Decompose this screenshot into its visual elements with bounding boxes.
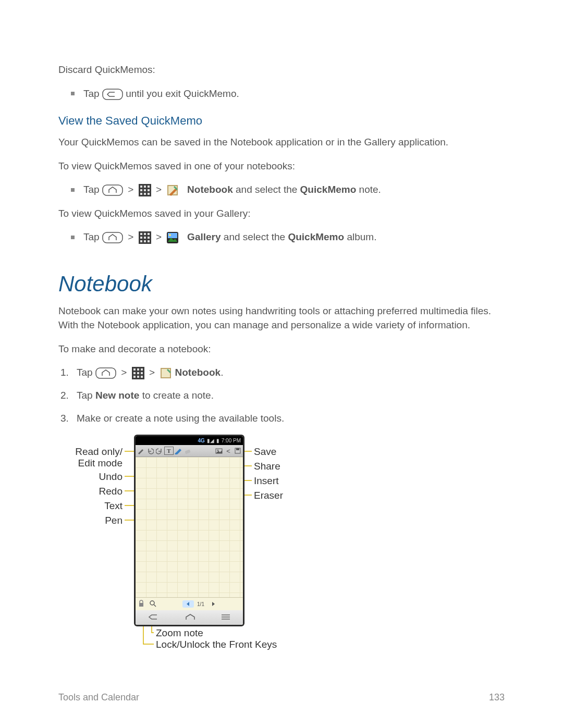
phone-mock: 4G ▮◢ ▮ 7:00 PM T < [134,435,244,626]
svg-rect-28 [96,368,116,378]
svg-rect-16 [140,233,142,235]
gallery-app-icon [166,231,179,244]
nav-back-icon[interactable] [148,612,160,623]
note-toolbar: T < [136,445,243,457]
svg-rect-6 [140,189,142,191]
svg-rect-46 [139,603,143,607]
tool-memo: < [224,447,233,455]
paragraph: To view QuickMemos saved in your Gallery… [58,206,505,221]
notebook-figure: Read only/ Edit mode Undo Redo Text Pen … [66,435,509,648]
label-share: Share [254,461,280,472]
svg-rect-32 [141,368,143,371]
svg-rect-21 [148,237,150,239]
svg-rect-8 [148,189,150,191]
svg-rect-37 [137,376,139,378]
svg-point-27 [169,234,171,236]
label-zoom: Zoom note [156,627,203,639]
zoom-note[interactable] [147,600,158,609]
text: and select the [224,231,288,242]
notebook-app-icon [160,367,172,379]
notebook-label: Notebook [175,367,221,378]
nav-home-icon[interactable] [185,612,196,623]
nav-menu-icon[interactable] [221,612,231,623]
note-canvas[interactable] [136,457,243,598]
text: until you exit QuickMemo. [126,88,239,99]
tool-insert[interactable] [214,447,224,455]
notebook-label: Notebook [187,184,233,195]
text: Tap [83,184,102,195]
heading-notebook: Notebook [58,272,505,297]
paragraph: Notebook can make your own notes using h… [58,304,505,332]
svg-rect-23 [144,240,146,242]
tool-eraser[interactable] [183,447,192,455]
svg-rect-24 [148,240,150,242]
text: and select the [236,184,300,195]
page-prev[interactable] [182,600,194,608]
footer-section: Tools and Calendar [58,692,139,703]
label-save: Save [254,446,276,458]
svg-rect-14 [103,232,123,243]
quickmemo-label: QuickMemo [300,184,357,195]
quickmemo-label: QuickMemo [288,231,344,242]
label-read-edit2: Edit mode [78,458,123,468]
svg-rect-0 [103,89,123,100]
svg-rect-17 [144,233,146,235]
text: Tap [83,88,102,99]
svg-rect-41 [185,450,190,454]
label-read-edit1: Read only/ [75,446,123,457]
svg-rect-19 [140,237,142,239]
tool-text[interactable]: T [164,447,174,455]
svg-rect-9 [140,193,142,195]
home-key-icon [95,367,116,379]
subheading-view-quickmemo: View the Saved QuickMemo [58,114,505,128]
text: note. [359,184,381,195]
tool-undo[interactable] [145,447,155,455]
label-redo: Redo [66,486,123,497]
text: Tap [77,390,95,401]
label-text: Text [66,500,123,512]
paragraph: Your QuickMemos can be saved in the Note… [58,135,505,150]
status-bar: 4G ▮◢ ▮ 7:00 PM [136,436,243,445]
label-lock: Lock/Unlock the Front Keys [156,639,277,650]
tool-pen[interactable] [174,447,183,455]
home-key-icon [102,184,123,196]
clock: 7:00 PM [222,438,241,443]
svg-rect-7 [144,189,146,191]
chevron: > [156,184,162,195]
svg-rect-30 [133,368,136,371]
svg-rect-1 [103,185,123,195]
tool-save[interactable] [233,447,242,455]
new-note-label: New note [95,390,139,401]
svg-rect-34 [137,372,139,374]
paragraph: To make and decorate a notebook: [58,342,505,356]
svg-rect-10 [144,193,146,195]
svg-line-48 [154,604,156,607]
apps-grid-icon [139,184,151,196]
text: Tap [83,231,102,242]
chevron: > [121,367,127,378]
svg-rect-20 [144,237,146,239]
svg-point-43 [217,450,218,451]
svg-rect-5 [148,186,150,188]
step-3: Make or create a note using the availabl… [71,411,505,426]
svg-rect-22 [140,240,142,242]
svg-rect-18 [148,233,150,235]
home-key-icon [102,232,123,243]
lock-front-keys[interactable] [136,600,147,608]
notebook-app-icon [166,184,179,196]
page-indicator: 1/1 [197,601,204,607]
gallery-path-bullet: Tap > > Gallery and select the QuickMemo… [71,230,505,244]
svg-rect-36 [133,376,136,378]
gallery-label: Gallery [187,231,221,242]
svg-rect-4 [144,186,146,188]
footer-page-number: 133 [489,692,505,703]
svg-rect-38 [141,376,143,378]
label-eraser: Eraser [254,490,283,501]
label-insert: Insert [254,475,279,487]
page-next[interactable] [207,600,219,608]
tool-redo[interactable] [155,447,164,455]
bottom-toolbar: 1/1 [136,597,243,610]
text: . [221,367,223,378]
page-footer: Tools and Calendar 133 [58,692,505,703]
tool-read-edit[interactable] [136,447,145,455]
